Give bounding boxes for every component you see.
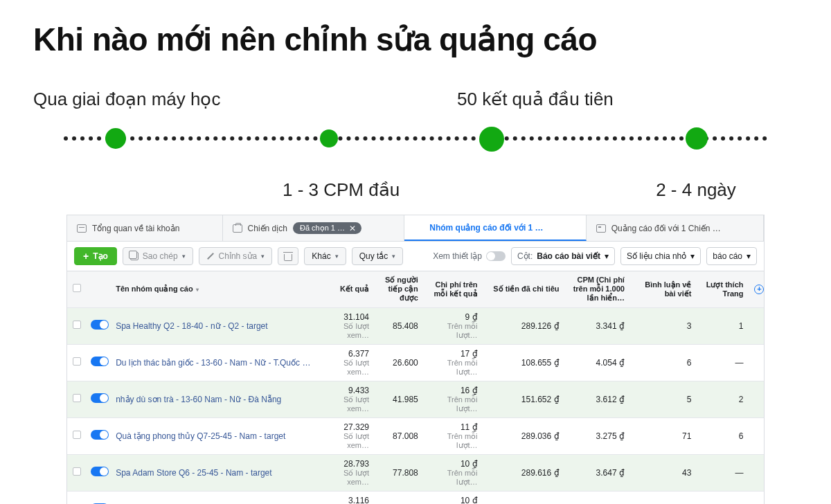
row-checkbox[interactable] [67, 307, 85, 344]
cell-empty [749, 454, 764, 491]
cell-cpm: 3.660 ₫ [565, 491, 630, 504]
adset-name-link[interactable]: nhảy dù sơn trà - 13-60 Nam - Nữ - Đà Nẵ… [116, 395, 312, 404]
report-label: báo cáo [713, 251, 742, 261]
plus-circle-icon: + [754, 285, 764, 294]
col-comments[interactable]: Bình luận về bài viết [630, 271, 697, 307]
cell-empty [749, 307, 764, 344]
row-checkbox[interactable] [67, 381, 85, 417]
cell-results: 28.793Số lượt xem… [318, 454, 375, 491]
row-checkbox[interactable] [67, 491, 85, 504]
cell-sub: Số lượt xem… [323, 395, 369, 413]
switch-on-icon [91, 430, 109, 440]
grid-icon [414, 224, 424, 232]
ads-manager-panel: Tổng quan về tài khoản Chiến dịch Đã chọ… [66, 215, 765, 504]
timeline-label-days: 2 - 4 ngày [656, 179, 736, 201]
checkbox-icon [73, 321, 81, 329]
tab-ads[interactable]: Quảng cáo đối với 1 Chiến … [587, 215, 764, 241]
breakdown-label: Số liệu chia nhỏ [627, 251, 686, 261]
adset-name-link[interactable]: Spa Adam Store Q6 - 25-45 - Nam - target [116, 468, 312, 478]
columns-select[interactable]: Cột: Báo cáo bài viết ▾ [511, 247, 615, 265]
tab-campaigns[interactable]: Chiến dịch Đã chọn 1 … ✕ [223, 215, 405, 241]
adset-name-link[interactable]: Quà tặng phong thủy Q7-25-45 - Nam - tar… [116, 431, 312, 441]
row-checkbox[interactable] [67, 417, 85, 454]
cell-sub: Số lượt xem… [323, 322, 369, 339]
columns-value: Báo cáo bài viết [537, 251, 600, 261]
sort-icon: ▾ [196, 287, 199, 293]
tab-account-overview[interactable]: Tổng quan về tài khoản [67, 215, 223, 241]
cell-sub: Số lượt xem… [323, 469, 369, 486]
delete-button[interactable] [278, 247, 298, 265]
selected-pill[interactable]: Đã chọn 1 … ✕ [293, 222, 361, 234]
create-button[interactable]: + Tạo [74, 247, 117, 265]
col-page-likes[interactable]: Lượt thích Trang [697, 271, 749, 307]
cell-likes: 2 [697, 381, 749, 417]
cell-reach: 41.985 [375, 381, 424, 417]
cell-results: 31.104Số lượt xem… [318, 307, 375, 344]
breakdown-select[interactable]: Số liệu chia nhỏ ▾ [620, 247, 701, 265]
col-amount-spent[interactable]: Số tiền đã chi tiêu [483, 271, 565, 307]
toolbar: + Tạo Sao chép ▾ Chỉnh sửa ▾ Khác ▾ Quy … [67, 241, 764, 271]
cell-cpr: 10 ₫Trên mỗi lượt… [424, 491, 483, 504]
cell-empty [749, 381, 764, 417]
chevron-down-icon: ▾ [392, 253, 395, 260]
copy-button[interactable]: Sao chép ▾ [123, 247, 193, 265]
copy-icon [130, 252, 138, 260]
row-checkbox[interactable] [67, 344, 85, 381]
checkbox-icon [73, 467, 81, 476]
more-button[interactable]: Khác ▾ [304, 247, 346, 265]
col-reach[interactable]: Số người tiếp cận được [375, 271, 424, 307]
tab-adsets[interactable]: Nhóm quảng cáo đối với 1 … [404, 215, 587, 241]
cell-sub: Trên mỗi lượt… [429, 322, 478, 340]
row-toggle[interactable] [85, 344, 110, 381]
row-toggle[interactable] [85, 491, 110, 504]
chevron-down-icon: ▾ [605, 251, 609, 261]
col-cost-per-result[interactable]: Chi phí trên mỗi kết quả [424, 271, 483, 307]
col-cpm[interactable]: CPM (Chi phí trên mỗi 1.000 lần hiển… [565, 271, 630, 307]
plus-icon: + [83, 251, 89, 261]
cell-results: 27.329Số lượt xem… [318, 417, 375, 454]
row-toggle[interactable] [85, 417, 110, 454]
timeline-node-3 [479, 127, 504, 152]
header-checkbox[interactable] [67, 271, 85, 307]
row-toggle[interactable] [85, 454, 110, 491]
cell-cpr: 17 ₫Trên mỗi lượt… [424, 344, 483, 381]
table-row: Du lịch thác bản giốc - 13-60 - Nam - Nữ… [67, 344, 764, 381]
cell-cpm: 3.612 ₫ [565, 381, 630, 417]
row-toggle[interactable] [85, 381, 110, 417]
cell-spend: 289.036 ₫ [483, 417, 565, 454]
briefcase-icon [233, 224, 242, 233]
table-header-row: Tên nhóm quảng cáo▾ Kết quả Số người tiế… [67, 271, 764, 307]
account-overview-icon [77, 224, 87, 233]
cell-comments: 71 [630, 417, 697, 454]
cell-reach: 8.374 [375, 491, 424, 504]
add-column-button[interactable]: + [749, 271, 764, 307]
switch-on-icon [91, 393, 109, 403]
cell-cpm: 4.054 ₫ [565, 344, 630, 381]
edit-button[interactable]: Chỉnh sửa ▾ [199, 247, 273, 265]
chevron-down-icon: ▾ [747, 251, 751, 261]
table-row: nhảy dù sơn trà - 13-60 Nam - Nữ - Đà Nẵ… [67, 381, 764, 417]
chevron-down-icon: ▾ [690, 251, 695, 261]
switch-on-icon [91, 467, 109, 476]
col-results[interactable]: Kết quả [318, 271, 375, 307]
cell-likes [697, 491, 749, 504]
adset-name-link[interactable]: Du lịch thác bản giốc - 13-60 - Nam - Nữ… [116, 358, 312, 368]
rules-button[interactable]: Quy tắc ▾ [352, 247, 404, 265]
view-setup-toggle[interactable]: Xem thiết lập [433, 251, 506, 261]
col-name[interactable]: Tên nhóm quảng cáo▾ [110, 271, 318, 307]
cell-likes: — [697, 454, 749, 491]
cell-reach: 26.600 [375, 344, 424, 381]
close-icon[interactable]: ✕ [349, 224, 356, 233]
checkbox-icon [73, 431, 81, 439]
row-checkbox[interactable] [67, 454, 85, 491]
checkbox-icon [73, 357, 81, 366]
cell-spend: 108.655 ₫ [483, 344, 565, 381]
report-select[interactable]: báo cáo ▾ [706, 247, 757, 265]
cell-sub: Số lượt xem… [323, 359, 369, 376]
adset-name-link[interactable]: Spa Healthy Q2 - 18-40 - nữ - Q2 - targe… [116, 321, 312, 331]
cell-empty [749, 344, 764, 381]
timeline-node-4 [686, 127, 708, 150]
cell-comments: 43 [630, 454, 697, 491]
row-toggle[interactable] [85, 307, 110, 344]
table-row: Spa Healthy Q2 - 18-40 - nữ - Q2 - targe… [67, 307, 764, 344]
